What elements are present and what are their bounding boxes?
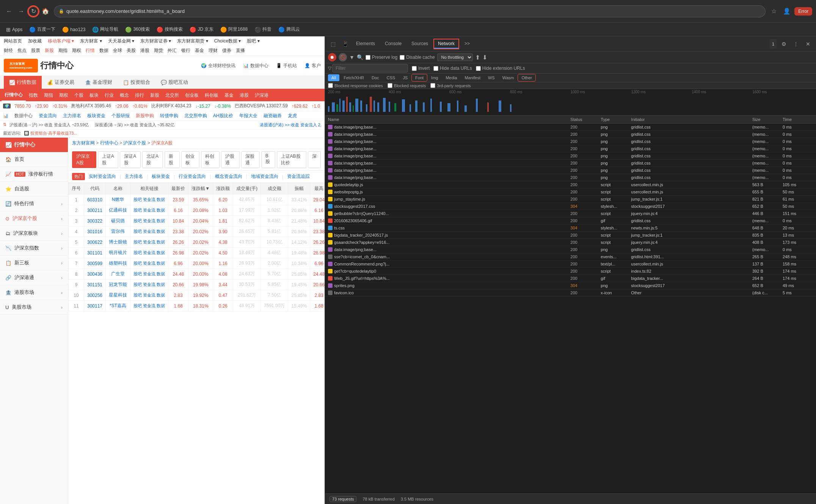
- sub-tab-kechuang[interactable]: 科创板: [201, 151, 220, 168]
- cell-code[interactable]: 300599: [84, 258, 106, 269]
- hot-link-zhulipaixin[interactable]: 主力排名: [125, 173, 143, 180]
- network-filter-toggle[interactable]: ▼: [349, 54, 355, 60]
- sidebar-item-special[interactable]: 🔄 特色行情 ›: [0, 196, 68, 211]
- cat-nav-ganggu[interactable]: 港股: [237, 90, 252, 101]
- profile-button[interactable]: 👤: [781, 6, 792, 17]
- bookmark-ali1688[interactable]: 🟠 阿里1688: [217, 25, 251, 34]
- cell-code[interactable]: 300436: [84, 269, 106, 279]
- sidebar-item-newthird[interactable]: 📋 新三板 ›: [0, 256, 68, 270]
- network-search-btn[interactable]: 🔍: [357, 54, 363, 60]
- table-row[interactable]: 3 300322 硕贝德 股吧 资金流 数据 10.84 20.04% 1.81…: [69, 216, 325, 226]
- back-button[interactable]: ←: [4, 6, 14, 17]
- request-list-item[interactable]: data:image/png;base... 200 png gridlist.…: [325, 167, 816, 174]
- sidebar-item-shenzhen-individual[interactable]: ⊙ 沪深京个股 ›: [0, 211, 68, 226]
- network-import-btn[interactable]: ⬆: [475, 54, 480, 61]
- network-record-btn[interactable]: ⏺: [328, 53, 336, 61]
- thirdparty-input[interactable]: [430, 83, 435, 88]
- table-row[interactable]: 6 301101 明月镜片 股吧 资金流 数据 26.98 20.02% 4.5…: [69, 248, 325, 258]
- request-list-item[interactable]: data:image/png;base... 200 png gridlist.…: [325, 174, 816, 181]
- service-mobile[interactable]: 📱 手机站: [276, 63, 297, 69]
- filter-js[interactable]: JS: [399, 74, 411, 81]
- request-list-item[interactable]: websitepoptg.js 200 script usercollect.m…: [325, 188, 816, 196]
- link-zhulipaixing[interactable]: 主力排名: [63, 113, 81, 119]
- disable-cache-input[interactable]: [400, 55, 405, 60]
- hot-link-bankuaizijin[interactable]: 板块资金: [152, 173, 170, 180]
- filter-fetch-xhr[interactable]: Fetch/XHR: [340, 74, 367, 81]
- filter-manifest[interactable]: Manifest: [461, 74, 484, 81]
- sidebar-item-connect[interactable]: 🔗 沪深港通 ›: [0, 270, 68, 285]
- nav-eastmoney[interactable]: 东方财富 ▾: [80, 38, 102, 44]
- cell-code[interactable]: 300256: [84, 290, 106, 301]
- cat-nav-kechuangban[interactable]: 科创板: [202, 90, 221, 101]
- filter-font[interactable]: Font: [412, 74, 427, 81]
- filter-input[interactable]: [332, 64, 408, 72]
- cell-name[interactable]: *ST嘉高: [106, 301, 130, 311]
- devtools-tab-sources[interactable]: Sources: [408, 39, 432, 49]
- nav-bookmark[interactable]: 加收藏: [28, 38, 42, 44]
- cat-nav-jijin[interactable]: 基金: [221, 90, 237, 101]
- request-list-item[interactable]: get?cb=quotedelaytip0 200 script index.t…: [325, 268, 816, 275]
- request-list-item[interactable]: sprites.png 304 png stocksuggest2017 652…: [325, 282, 816, 289]
- preserve-log-input[interactable]: [366, 55, 370, 60]
- link-zijinliuxiang[interactable]: 资金流向: [39, 113, 57, 119]
- devtools-device-btn[interactable]: 📱: [340, 39, 350, 49]
- request-list-item[interactable]: quotedelaytip.js 200 script usercollect.…: [325, 181, 816, 188]
- cell-code[interactable]: 300117: [84, 301, 106, 311]
- devtools-more-btn[interactable]: ⋮: [791, 39, 801, 49]
- sub-tab-deep[interactable]: 深: [308, 151, 321, 168]
- request-list-item[interactable]: data:image/png;base... 200 png gridlist.…: [325, 160, 816, 167]
- bookmark-star-button[interactable]: ☆: [769, 6, 779, 17]
- filter-other[interactable]: Other: [518, 74, 535, 81]
- bookmark-360[interactable]: 🟢 360搜索: [122, 25, 153, 34]
- request-list-item[interactable]: stocksuggest2017.css 304 stylesh... stoc…: [325, 203, 816, 210]
- request-list-item[interactable]: data:image/png;base... 200 png gridlist.…: [325, 138, 816, 145]
- hide-ext-urls-input[interactable]: [476, 66, 481, 71]
- cell-name[interactable]: 博士眼镜: [106, 237, 130, 248]
- hot-link-hangyezijin[interactable]: 行业资金流向: [179, 173, 206, 180]
- cat-data[interactable]: 数据: [99, 47, 108, 54]
- cat-newstock[interactable]: 新股: [45, 47, 54, 54]
- recent-link-touzi[interactable]: 🔲 投资组合·高手最收益73...: [24, 130, 77, 136]
- cat-nav-gainian[interactable]: 概念: [117, 90, 132, 101]
- cat-live[interactable]: 直播: [236, 47, 245, 54]
- cat-futures2[interactable]: 期货: [154, 47, 163, 54]
- bookmark-sogou[interactable]: 🔴 搜狗搜索: [154, 25, 186, 34]
- filter-css[interactable]: CSS: [383, 74, 399, 81]
- cat-fund[interactable]: 基金: [195, 47, 204, 54]
- cat-nav-bankuai[interactable]: 板块: [86, 90, 102, 101]
- table-row[interactable]: 5 300622 博士眼镜 股吧 资金流 数据 26.26 20.02% 4.3…: [69, 237, 325, 248]
- cat-nav-xinugu[interactable]: 新股: [147, 90, 162, 101]
- cell-code[interactable]: 301151: [84, 279, 106, 290]
- sidebar-item-limitup[interactable]: 📈 HOT 涨停板行情: [0, 167, 68, 182]
- tab-jijin[interactable]: 🏦 基金理财: [80, 76, 118, 89]
- bookmark-hao123[interactable]: 🟠 hao123: [59, 25, 88, 34]
- cat-nav-qiquan[interactable]: 期权: [56, 90, 71, 101]
- table-row[interactable]: 11 300117 *ST嘉高 股吧 资金流 数据 1.68 18.31% 0.…: [69, 301, 325, 311]
- link-rongzi[interactable]: 融资融券: [264, 113, 282, 119]
- sub-tab-shzh-a[interactable]: 上证A股: [98, 151, 119, 168]
- request-list-item[interactable]: jump_staytime.js 200 script jump_tracker…: [325, 196, 816, 203]
- request-list-item[interactable]: favicon.ico 200 x-icon Other (disk c... …: [325, 289, 816, 297]
- request-list-item[interactable]: data:image/png;base... 200 png gridlist.…: [325, 246, 816, 253]
- filter-media[interactable]: Media: [442, 74, 460, 81]
- filter-img[interactable]: Img: [428, 74, 441, 81]
- cell-name[interactable]: 雄塑科技: [106, 258, 130, 269]
- link-nianbao[interactable]: 年报大全: [239, 113, 257, 119]
- network-clear-btn[interactable]: 🚫: [339, 53, 347, 61]
- devtools-settings-btn[interactable]: ⚙: [779, 39, 789, 49]
- cell-code[interactable]: 301101: [84, 248, 106, 258]
- cell-code[interactable]: 300211: [84, 205, 106, 216]
- cat-nav-hudeshenggang[interactable]: 沪深港: [252, 90, 271, 101]
- blocked-response-label[interactable]: Blocked response cookies: [328, 83, 383, 88]
- cat-global[interactable]: 全球: [113, 47, 122, 54]
- disable-cache-checkbox[interactable]: Disable cache: [400, 55, 435, 60]
- devtools-tab-console[interactable]: Console: [381, 39, 405, 49]
- sub-tab-shzn-a[interactable]: 深证A股: [120, 151, 141, 168]
- table-row[interactable]: 9 301151 冠龙节能 股吧 资金流 数据 20.66 19.98% 3.4…: [69, 279, 325, 290]
- cat-bond[interactable]: 债券: [222, 47, 231, 54]
- cat-nav-paihing[interactable]: 排行: [132, 90, 147, 101]
- table-row[interactable]: 4 301016 雷尔伟 股吧 资金流 数据 23.38 20.02% 3.90…: [69, 226, 325, 237]
- hide-data-urls-input[interactable]: [433, 66, 438, 71]
- network-export-btn[interactable]: ⬇: [482, 54, 487, 61]
- nav-eastmoney-sec[interactable]: 东方财富证券 ▾: [140, 38, 171, 44]
